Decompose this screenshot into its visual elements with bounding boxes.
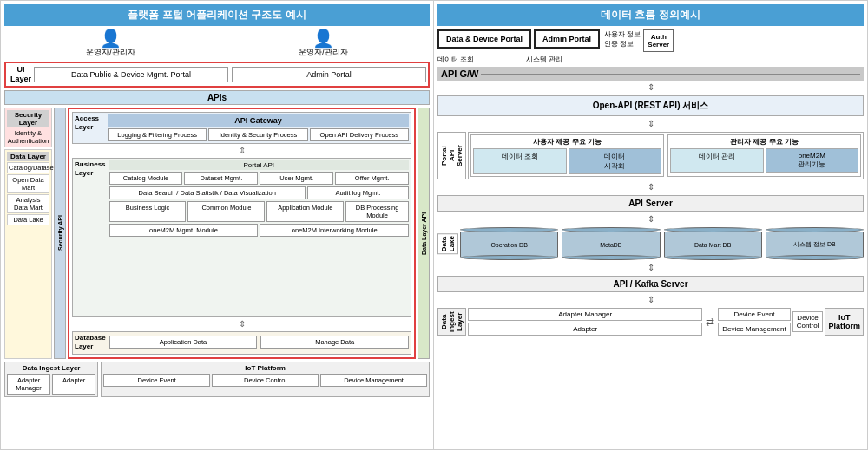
db-cylinders: Operation DB MetaDB Data Mart DB 시스템 정보 … [460, 227, 864, 260]
arrow-datalake-kafka: ⇕ [437, 264, 864, 272]
data-lake-label: DataLake [437, 233, 458, 254]
portal-api-content: 사용자 제공 주요 기능 데이터 조회 데이터시각화 관리자 제공 주요 기능 … [468, 132, 864, 179]
user-func-section: 사용자 제공 주요 기능 데이터 조회 데이터시각화 [470, 134, 664, 177]
security-api-bar: Security API [54, 108, 66, 359]
user-info-label: 사용자 정보 [604, 29, 641, 39]
ingest-content-right: Adapter Manager Adapter [468, 308, 702, 336]
kafka-box: API / Kafka Server [437, 276, 864, 292]
user-func-buttons: 데이터 조회 데이터시각화 [473, 148, 661, 174]
ui-layer-box: UILayer Data Public & Device Mgmt. Porta… [4, 62, 430, 88]
middle-area: Security Layer Identity &Authentication … [4, 108, 430, 359]
data-inquiry-btn[interactable]: 데이터 조회 [473, 148, 567, 174]
admin-func-section: 관리자 제공 주요 기능 데이터 관리 oneM2M관리기능 [667, 134, 861, 177]
arch-main: AccessLayer API Gateway Logging & Filter… [68, 108, 416, 359]
application-module: Application Module [266, 201, 344, 222]
lr-arrow: ⇄ [704, 308, 716, 336]
cyl-bottom-1 [460, 255, 558, 260]
business-content: Portal API Catalog Module Dataset Mgmt. … [108, 159, 411, 240]
operator-label-2: 운영자/관리자 [299, 47, 348, 58]
arrow-portal-api-server: ⇕ [437, 183, 864, 192]
api-gw-label: API G/W [441, 68, 478, 79]
data-layer-box: Data Layer Catalog/Dataset Open Data Mar… [4, 149, 52, 359]
device-control-boxes: DeviceControl [792, 308, 824, 336]
data-device-portal: Data & Device Portal [437, 29, 531, 49]
arrow-access-business: ⇕ [72, 147, 411, 155]
access-label: AccessLayer [73, 113, 106, 134]
open-data-mart: Open Data Mart [7, 174, 49, 193]
ui-layer-label: UILayer [8, 65, 34, 84]
device-mgmt-left: Device Management [320, 374, 427, 387]
cyl-body-4: 시스템 정보 DB [766, 232, 864, 257]
func-row: 사용자 제공 주요 기능 데이터 조회 데이터시각화 관리자 제공 주요 기능 … [470, 134, 861, 177]
audit-log: Audit log Mgmt. [307, 186, 409, 199]
catalog-module: Catalog Module [109, 172, 183, 185]
flow-labels-row: 데이터 조회 시스템 관리 [437, 55, 864, 64]
module-row-3: Business Logic Common Module Application… [109, 201, 409, 222]
bottom-area: Data Ingest Layer Adapter Manager Adapte… [4, 362, 430, 397]
right-panel: 데이터 흐름 정의예시 Data & Device Portal Admin P… [434, 0, 868, 450]
arrow-api-datalake: ⇕ [437, 215, 864, 224]
right-content: Data & Device Portal Admin Portal 사용자 정보… [437, 29, 864, 445]
left-panel: 플랫폼 포털 어플리케이션 구조도 예시 👤 운영자/관리자 👤 운영자/관리자… [0, 0, 434, 450]
person-icon-2: 👤 [312, 29, 334, 47]
api-gw-box: API G/W [437, 67, 864, 81]
admin-func-buttons: 데이터 관리 oneM2M관리기능 [670, 148, 858, 173]
data-inquiry-label: 데이터 조회 [437, 55, 474, 64]
access-content: API Gateway Logging & Filtering Process … [106, 113, 411, 143]
security-layer-title: Security Layer [7, 110, 49, 127]
offer-mgmt: Offer Mgmt. [335, 172, 409, 185]
business-layer-section: BusinessLayer Portal API Catalog Module … [72, 158, 411, 317]
access-layer-section: AccessLayer API Gateway Logging & Filter… [72, 112, 411, 144]
data-lake-row: DataLake Operation DB MetaDB Data Mart D… [437, 227, 864, 260]
adapter-manager-left: Adapter Manager [7, 374, 50, 395]
device-mgmt-right: Device Management [718, 323, 790, 336]
device-event-left: Device Event [103, 374, 210, 387]
database-layer-section: DatabaseLayer Application Data Manage Da… [72, 331, 411, 355]
operation-db: Operation DB [460, 227, 558, 260]
operator-1: 👤 운영자/관리자 [86, 29, 135, 58]
onem2m-interworking: oneM2M Interworking Module [260, 224, 409, 237]
module-row-4: oneM2M Mgmt. Module oneM2M Interworking … [109, 224, 409, 237]
right-panel-title: 데이터 흐름 정의예시 [437, 4, 864, 26]
arrow-business-db: ⇕ [72, 320, 411, 329]
left-panel-title: 플랫폼 포털 어플리케이션 구조도 예시 [4, 4, 430, 26]
apis-bar: APIs [4, 90, 430, 105]
admin-portal-box: Admin Portal [232, 67, 426, 82]
identity-process: Identity & Security Process [208, 128, 307, 141]
database-content: Application Data Manage Data [108, 332, 411, 350]
ingest-box-left: Data Ingest Layer Adapter Manager Adapte… [4, 362, 98, 397]
data-mgmt-btn[interactable]: 데이터 관리 [670, 148, 764, 173]
dataset-mgmt: Dataset Mgmt. [184, 172, 258, 185]
operator-label-1: 운영자/관리자 [86, 47, 135, 58]
db-row: Application Data Manage Data [109, 336, 409, 349]
ui-portals: Data Public & Device Mgmt. Portal Admin … [34, 67, 426, 82]
system-info-db: 시스템 정보 DB [766, 227, 864, 260]
info-labels-area: 사용자 정보 인증 정보 [604, 29, 641, 49]
admin-func-title: 관리자 제공 주요 기능 [670, 137, 858, 147]
admin-portal-right: Admin Portal [534, 29, 600, 49]
security-layer-box: Security Layer Identity &Authentication [4, 108, 52, 147]
module-row-1: Catalog Module Dataset Mgmt. User Mgmt. … [109, 172, 409, 185]
operators-row: 👤 운영자/관리자 👤 운영자/관리자 [4, 29, 430, 58]
catalog-dataset: Catalog/Dataset [7, 162, 49, 173]
arrow-openapi-portal: ⇕ [437, 120, 864, 128]
data-mart-db: Data Mart DB [664, 227, 762, 260]
data-lake-item: Data Lake [7, 214, 49, 225]
process-row: Logging & Filtering Process Identity & S… [108, 128, 409, 141]
api-gateway-title: API Gateway [108, 114, 409, 127]
arrow-apigw-openapi: ⇕ [437, 83, 864, 92]
cyl-bottom-3 [664, 255, 762, 260]
left-content: 👤 운영자/관리자 👤 운영자/관리자 UILayer Data Public … [4, 29, 430, 445]
onem2m-mgmt: oneM2M Mgmt. Module [109, 224, 259, 237]
meta-db: MetaDB [562, 227, 660, 260]
adapter-right: Adapter [468, 323, 702, 336]
logging-process: Logging & Filtering Process [108, 128, 207, 141]
database-header: DatabaseLayer Application Data Manage Da… [73, 332, 411, 354]
main-arch: Security API AccessLayer API Gateway Log… [54, 108, 430, 359]
data-layer-title: Data Layer [7, 152, 49, 161]
cyl-body-3: Data Mart DB [664, 232, 762, 257]
adapter-left: Adapter [52, 374, 95, 395]
person-icon-1: 👤 [100, 29, 122, 47]
data-api-bar: Data Layer API [418, 108, 430, 359]
left-side-layers: Security Layer Identity &Authentication … [4, 108, 52, 359]
